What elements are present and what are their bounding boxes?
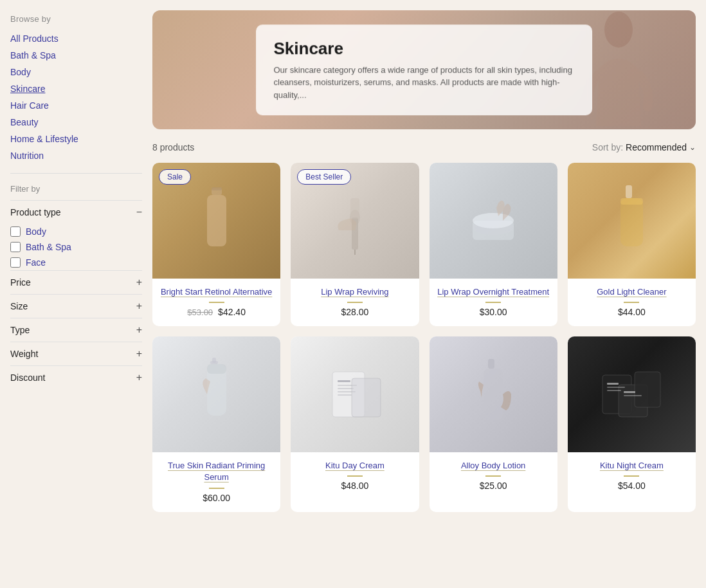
product-name-kitu-night-cream: Kitu Night Cream bbox=[574, 460, 689, 472]
product-card-gold-light-cleaner[interactable]: Gold Light Cleaner $44.00 bbox=[568, 163, 696, 326]
sidebar-item-nutrition[interactable]: Nutrition bbox=[10, 147, 142, 164]
price-regular-lip-wrap-overnight: $30.00 bbox=[480, 307, 507, 317]
svg-rect-12 bbox=[620, 198, 643, 246]
price-regular-gold-light-cleaner: $44.00 bbox=[618, 307, 646, 317]
product-price-kitu-night-cream: $54.00 bbox=[574, 481, 689, 491]
product-card-lip-wrap-overnight[interactable]: Lip Wrap Overnight Treatment $30.00 bbox=[430, 163, 557, 326]
filter-price-label: Price bbox=[10, 277, 31, 288]
filter-weight-label: Weight bbox=[10, 349, 38, 359]
product-image-true-skin bbox=[152, 336, 280, 452]
jar-svg bbox=[467, 192, 519, 250]
svg-rect-20 bbox=[338, 380, 350, 382]
product-info-kitu-day-cream: Kitu Day Cream $48.00 bbox=[291, 452, 419, 500]
sidebar-item-hair-care[interactable]: Hair Care bbox=[10, 97, 142, 114]
checkbox-body[interactable] bbox=[10, 226, 21, 237]
dropper-svg bbox=[332, 185, 377, 256]
checkbox-face[interactable] bbox=[10, 257, 21, 268]
product-image-wrap-lip-wrap-reviving: Best Seller bbox=[291, 163, 419, 279]
filter-price[interactable]: Price + bbox=[10, 270, 142, 294]
filter-product-type-options: Body Bath & Spa Face bbox=[10, 224, 142, 270]
sidebar-item-skincare[interactable]: Skincare bbox=[10, 80, 142, 97]
product-name-lip-wrap-overnight: Lip Wrap Overnight Treatment bbox=[436, 286, 551, 298]
hero-description: Our skincare category offers a wide rang… bbox=[274, 64, 575, 102]
price-regular-lip-wrap-reviving: $28.00 bbox=[341, 307, 368, 317]
filter-option-bath-spa[interactable]: Bath & Spa bbox=[10, 239, 142, 255]
minus-icon: − bbox=[136, 207, 142, 217]
svg-rect-24 bbox=[338, 394, 352, 396]
filter-product-type-header[interactable]: Product type − bbox=[10, 207, 142, 217]
filter-weight[interactable]: Weight + bbox=[10, 342, 142, 365]
price-original-bright-start: $53.00 bbox=[187, 308, 213, 317]
product-image-wrap-kitu-night-cream bbox=[568, 336, 696, 452]
sort-by-label: Sort by: bbox=[592, 142, 623, 152]
svg-rect-6 bbox=[350, 198, 359, 219]
filter-option-face[interactable]: Face bbox=[10, 255, 142, 270]
filter-type-label: Type bbox=[10, 325, 30, 335]
price-regular-alloy-body-lotion: $25.00 bbox=[480, 481, 507, 491]
product-image-kitu-night-cream bbox=[568, 336, 696, 452]
svg-rect-17 bbox=[207, 364, 226, 374]
product-name-gold-light-cleaner: Gold Light Cleaner bbox=[574, 286, 689, 298]
sort-by-dropdown[interactable]: Sort by: Recommended ⌄ bbox=[592, 142, 696, 152]
product-underline bbox=[209, 302, 224, 303]
product-card-kitu-night-cream[interactable]: Kitu Night Cream $54.00 bbox=[568, 336, 696, 511]
plus-icon-weight: + bbox=[136, 349, 142, 359]
plus-icon-size: + bbox=[136, 301, 142, 311]
filter-size[interactable]: Size + bbox=[10, 294, 142, 318]
bottle-svg bbox=[197, 182, 236, 259]
product-card-alloy-body-lotion[interactable]: Alloy Body Lotion $25.00 bbox=[430, 336, 557, 511]
filter-discount[interactable]: Discount + bbox=[10, 365, 142, 389]
sidebar-item-home-lifestyle[interactable]: Home & Lifestyle bbox=[10, 131, 142, 147]
product-image-lip-wrap-overnight bbox=[430, 163, 557, 279]
sidebar-item-bath-spa[interactable]: Bath & Spa bbox=[10, 47, 142, 64]
product-name-lip-wrap-reviving: Lip Wrap Reviving bbox=[297, 286, 412, 298]
plus-icon-discount: + bbox=[136, 372, 142, 383]
price-regular-kitu-night-cream: $54.00 bbox=[618, 481, 646, 491]
svg-rect-27 bbox=[488, 359, 494, 369]
filter-discount-label: Discount bbox=[10, 372, 45, 383]
checkbox-bath-spa[interactable] bbox=[10, 242, 21, 252]
svg-rect-22 bbox=[338, 388, 354, 389]
product-card-kitu-day-cream[interactable]: Kitu Day Cream $48.00 bbox=[291, 336, 419, 511]
tall-bottle-svg bbox=[474, 356, 512, 433]
filter-option-body[interactable]: Body bbox=[10, 224, 142, 239]
sort-by-value: Recommended bbox=[626, 142, 687, 152]
svg-rect-25 bbox=[352, 378, 381, 417]
product-card-true-skin[interactable]: True Skin Radiant Priming Serum $60.00 bbox=[152, 336, 280, 511]
sidebar-nav: All Products Bath & Spa Body Skincare Ha… bbox=[10, 30, 142, 164]
product-image-wrap-kitu-day-cream bbox=[291, 336, 419, 452]
price-sale-bright-start: $42.40 bbox=[218, 307, 246, 317]
hero-banner: Skincare Our skincare category offers a … bbox=[152, 10, 696, 129]
product-price-kitu-day-cream: $48.00 bbox=[297, 481, 412, 491]
svg-point-0 bbox=[604, 12, 633, 48]
sidebar-item-beauty[interactable]: Beauty bbox=[10, 114, 142, 131]
product-price-bright-start: $53.00 $42.40 bbox=[159, 307, 274, 317]
main-content: Skincare Our skincare category offers a … bbox=[152, 10, 696, 512]
checkbox-body-label[interactable]: Body bbox=[26, 226, 46, 237]
svg-rect-39 bbox=[624, 395, 642, 396]
product-price-gold-light-cleaner: $44.00 bbox=[574, 307, 689, 317]
product-card-lip-wrap-reviving[interactable]: Best Seller Lip Wrap Reviving bbox=[291, 163, 419, 326]
product-info-lip-wrap-overnight: Lip Wrap Overnight Treatment $30.00 bbox=[430, 279, 557, 326]
sidebar-item-all-products[interactable]: All Products bbox=[10, 30, 142, 47]
pump-bottle-svg bbox=[201, 356, 233, 433]
product-name-alloy-body-lotion: Alloy Body Lotion bbox=[436, 460, 551, 472]
svg-rect-2 bbox=[207, 195, 226, 246]
product-image-alloy-body-lotion bbox=[430, 336, 557, 452]
product-grid: Sale Bright Start Retinol Alternative $5… bbox=[152, 163, 696, 512]
svg-rect-38 bbox=[624, 391, 635, 393]
sidebar-item-body[interactable]: Body bbox=[10, 64, 142, 80]
product-info-kitu-night-cream: Kitu Night Cream $54.00 bbox=[568, 452, 696, 500]
checkbox-bath-spa-label[interactable]: Bath & Spa bbox=[26, 242, 71, 252]
product-info-alloy-body-lotion: Alloy Body Lotion $25.00 bbox=[430, 452, 557, 500]
product-image-wrap-lip-wrap-overnight bbox=[430, 163, 557, 279]
sale-badge: Sale bbox=[159, 169, 191, 185]
product-image-wrap-gold-light-cleaner bbox=[568, 163, 696, 279]
svg-rect-3 bbox=[212, 187, 222, 190]
product-card-bright-start[interactable]: Sale Bright Start Retinol Alternative $5… bbox=[152, 163, 280, 326]
dark-boxes-svg bbox=[599, 362, 664, 427]
sidebar: Browse by All Products Bath & Spa Body S… bbox=[10, 10, 142, 512]
filter-type[interactable]: Type + bbox=[10, 318, 142, 342]
checkbox-face-label[interactable]: Face bbox=[26, 257, 46, 268]
svg-rect-15 bbox=[212, 358, 216, 363]
